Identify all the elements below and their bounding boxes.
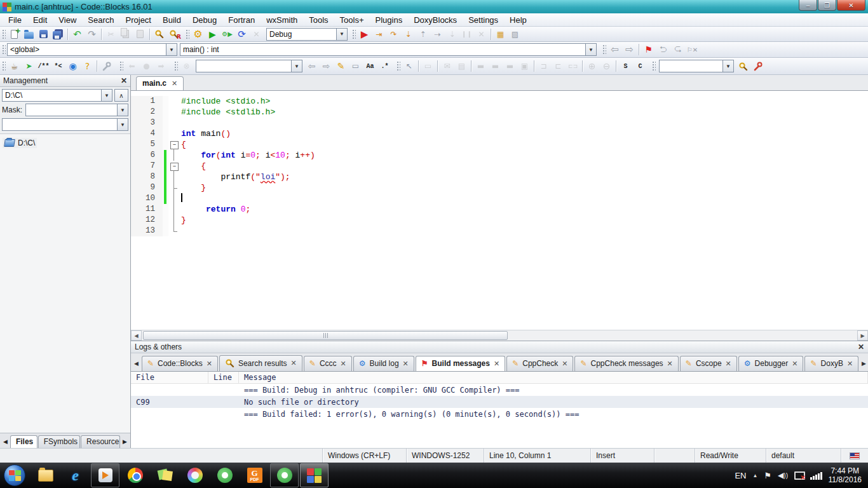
run-to-cursor-icon[interactable]: ⇥: [372, 27, 386, 41]
hscroll-track[interactable]: [142, 330, 857, 341]
replace-icon[interactable]: R: [166, 27, 181, 41]
log-tab-build-messages[interactable]: ⚑Build messages✕: [416, 356, 505, 371]
code-area[interactable]: 1#include <stdio.h>2#include <stdlib.h>3…: [131, 91, 868, 330]
log-tab-cppcheck[interactable]: ✎CppCheck✕: [506, 356, 573, 371]
log-tab-cppcheck-messages[interactable]: ✎CppCheck messages✕: [574, 356, 678, 371]
function-combobox[interactable]: main() : int ▼: [180, 43, 597, 56]
hidden-icons-icon[interactable]: ▲: [753, 473, 758, 478]
menu-wxsmith[interactable]: wxSmith: [261, 15, 303, 25]
column-header-line[interactable]: Line: [208, 372, 239, 383]
tab-close-icon[interactable]: ✕: [494, 360, 499, 368]
save-all-icon[interactable]: [51, 27, 65, 41]
wxs-content-icon[interactable]: C: [633, 60, 648, 73]
toolbar-grip[interactable]: [1, 44, 6, 55]
prev-bookmark-icon[interactable]: ⮌: [656, 43, 670, 57]
restore-button[interactable]: ❐: [818, 0, 836, 11]
taskbar-explorer[interactable]: [31, 463, 60, 487]
tab-close-icon[interactable]: ✕: [291, 359, 297, 367]
toolbar-grip[interactable]: [185, 29, 189, 40]
selected-text-icon[interactable]: ▭: [348, 60, 363, 73]
menu-edit[interactable]: Edit: [27, 15, 53, 25]
debugging-windows-icon[interactable]: ▦: [493, 27, 508, 41]
close-button[interactable]: ✕: [837, 0, 865, 11]
taskbar-codeblocks[interactable]: [300, 463, 329, 487]
log-tab-cccc[interactable]: ✎Cccc✕: [304, 356, 352, 371]
taskbar-internet-explorer[interactable]: e: [61, 463, 90, 487]
nav-forward-icon[interactable]: ⇨: [622, 43, 637, 57]
tab-close-icon[interactable]: ✕: [562, 360, 567, 368]
doxyblocks-extract-icon[interactable]: ☕: [7, 60, 22, 73]
menu-build[interactable]: Build: [157, 15, 187, 25]
fold-margin[interactable]: [168, 161, 179, 172]
tab-close-icon[interactable]: ✕: [726, 360, 731, 368]
tree-item[interactable]: D:\C\: [3, 138, 37, 148]
next-instruction-icon[interactable]: ⇢: [430, 27, 445, 41]
column-header-file[interactable]: File: [131, 372, 208, 383]
taskbar-coccoc[interactable]: [210, 463, 239, 487]
new-file-icon[interactable]: [7, 27, 22, 41]
clock[interactable]: 7:44 PM 11/8/2016: [829, 466, 862, 484]
tabs-scroll-right-icon[interactable]: ▶: [121, 438, 129, 448]
toolbar-grip[interactable]: [173, 60, 178, 72]
various-info-icon[interactable]: ▨: [508, 27, 522, 41]
compiler-target-combobox[interactable]: Debug▼: [266, 28, 348, 41]
logs-scroll-right-icon[interactable]: ▶: [860, 360, 868, 371]
management-close-icon[interactable]: ✕: [121, 76, 127, 85]
chevron-down-icon[interactable]: ▼: [117, 119, 128, 130]
log-tab-doxyb[interactable]: ✎DoxyB✕: [804, 356, 858, 371]
keyboard-layout-flag-icon[interactable]: [850, 452, 860, 459]
logs-scroll-left-icon[interactable]: ◀: [132, 360, 140, 371]
taskbar-sticky-notes[interactable]: [151, 463, 179, 487]
doxyblocks-help-icon[interactable]: ?: [80, 60, 95, 73]
log-tab-search-results[interactable]: Search results✕: [219, 355, 302, 371]
action-center-icon[interactable]: ⚑: [764, 471, 771, 480]
table-row[interactable]: === Build: Debug in anhtruc (compiler: G…: [131, 384, 868, 396]
taskbar-media-player[interactable]: [91, 463, 119, 487]
menu-plugins[interactable]: Plugins: [370, 15, 409, 25]
build-icon[interactable]: ⚙: [191, 27, 205, 41]
menu-tools[interactable]: Tools: [303, 15, 334, 25]
search-back-icon[interactable]: ⇦: [304, 60, 319, 73]
tab-close-icon[interactable]: ✕: [341, 360, 346, 368]
tools-wrench-icon[interactable]: [750, 60, 765, 73]
chevron-down-icon[interactable]: ▼: [291, 60, 302, 72]
wxs-source-icon[interactable]: S: [618, 60, 633, 73]
toolbar-grip[interactable]: [1, 29, 6, 40]
next-bookmark-icon[interactable]: ⮎: [670, 43, 685, 57]
editor-hscrollbar[interactable]: ◀ ▶: [131, 330, 868, 341]
taskbar-coccoc-window[interactable]: [270, 463, 299, 487]
network-disconnected-icon[interactable]: [794, 471, 804, 479]
nav-back-icon[interactable]: ⇦: [607, 43, 622, 57]
language-indicator[interactable]: EN: [735, 471, 746, 480]
taskbar-chrome[interactable]: [121, 463, 149, 487]
open-file-icon[interactable]: [22, 27, 36, 41]
menu-tools[interactable]: Tools+: [334, 15, 370, 25]
tab-close-icon[interactable]: ✕: [403, 360, 409, 368]
signal-strength-icon[interactable]: [810, 471, 822, 480]
tab-close-icon[interactable]: ✕: [667, 360, 673, 368]
save-icon[interactable]: [36, 27, 51, 41]
menu-file[interactable]: File: [3, 15, 27, 25]
highlight-icon[interactable]: ✎: [334, 60, 348, 73]
fold-margin[interactable]: [168, 139, 179, 150]
start-button[interactable]: [4, 464, 25, 486]
toolbar-grip[interactable]: [119, 60, 123, 72]
log-tab-cscope[interactable]: ✎Cscope✕: [680, 356, 737, 371]
path-combobox[interactable]: D:\C\ ▼: [2, 89, 112, 102]
doxyblocks-run-icon[interactable]: ➤: [22, 60, 36, 73]
scroll-left-icon[interactable]: ◀: [131, 330, 142, 341]
filter-combobox[interactable]: ▼: [2, 118, 128, 131]
run-icon[interactable]: ▶: [205, 27, 220, 41]
taskbar-foxit-pdf[interactable]: PDF: [240, 463, 269, 487]
management-tab-fsymbols[interactable]: FSymbols: [38, 435, 80, 448]
editor-tab-main-c[interactable]: main.c ✕: [136, 76, 184, 90]
management-tab-resource[interactable]: Resource: [81, 435, 120, 448]
taskbar-picasa[interactable]: [180, 463, 209, 487]
chevron-down-icon[interactable]: ▼: [722, 60, 733, 72]
mask-combobox[interactable]: ▼: [25, 104, 128, 116]
search-forward-icon[interactable]: ⇨: [319, 60, 334, 73]
doxyblocks-www-icon[interactable]: ◉: [65, 60, 80, 73]
redo-icon[interactable]: ↷: [85, 27, 99, 41]
step-into-icon[interactable]: ⇣: [401, 27, 416, 41]
incremental-search-combobox[interactable]: ▼: [196, 60, 302, 72]
